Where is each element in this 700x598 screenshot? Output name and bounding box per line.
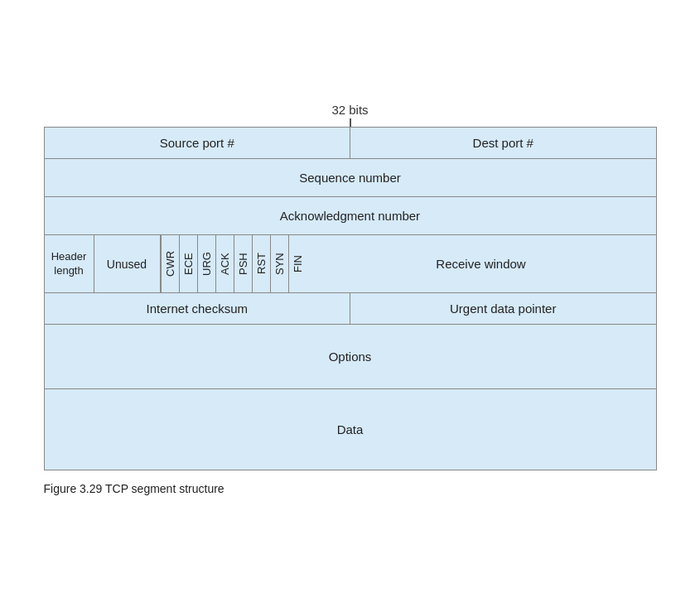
bits-label: 32 bits: [44, 103, 657, 117]
dest-port-cell: Dest port #: [350, 128, 656, 158]
flag-urg: URG: [197, 235, 215, 292]
flag-ece: ECE: [179, 235, 197, 292]
tcp-diagram: Source port # Dest port # Sequence numbe…: [44, 127, 657, 470]
figure-caption: Figure 3.29 TCP segment structure: [44, 482, 657, 495]
data-row: Data: [45, 389, 656, 470]
sequence-row: Sequence number: [45, 159, 656, 197]
unused-cell: Unused: [94, 235, 161, 292]
source-port-cell: Source port #: [45, 128, 351, 158]
flag-psh: PSH: [234, 235, 252, 292]
flag-rst: RST: [252, 235, 270, 292]
header-length-cell: Header length: [45, 235, 94, 292]
flag-fin: FIN: [288, 235, 307, 292]
options-label: Options: [329, 350, 372, 364]
acknowledgment-cell: Acknowledgment number: [45, 197, 656, 234]
checksum-row: Internet checksum Urgent data pointer: [45, 293, 656, 325]
urgent-data-cell: Urgent data pointer: [350, 293, 656, 324]
receive-window-cell: Receive window: [307, 235, 656, 292]
bits-label-area: 32 bits: [44, 103, 657, 127]
internet-checksum-cell: Internet checksum: [45, 293, 351, 324]
flag-syn: SYN: [270, 235, 288, 292]
options-row: Options: [45, 325, 656, 389]
flag-ack: ACK: [215, 235, 234, 292]
port-row: Source port # Dest port #: [45, 128, 656, 159]
figure-caption-bold: Figure 3.29: [44, 482, 103, 495]
figure-caption-text: TCP segment structure: [102, 482, 224, 495]
main-container: 32 bits Source port # Dest port # Sequen…: [27, 86, 673, 512]
flag-cwr: CWR: [161, 235, 179, 292]
flags-row: Header length Unused CWR ECE URG ACK PSH…: [45, 235, 656, 293]
acknowledgment-row: Acknowledgment number: [45, 197, 656, 235]
data-label: Data: [337, 422, 364, 436]
bits-line: [44, 118, 657, 127]
sequence-cell: Sequence number: [45, 159, 656, 196]
